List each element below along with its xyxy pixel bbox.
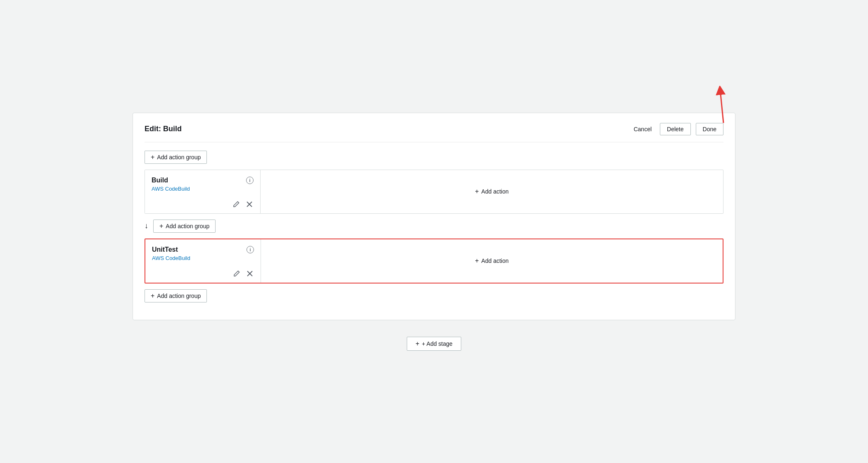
outer-container: Edit: Build Cancel Delete Done (133, 113, 735, 351)
edit-icon (233, 201, 240, 208)
build-card-icons (152, 200, 254, 208)
unittest-card-icons (152, 269, 254, 278)
build-stage-row: Build i AWS CodeBuild (145, 170, 723, 214)
plus-icon: + (151, 154, 154, 161)
edit-icon-2 (233, 270, 240, 277)
panel-content: + Add action group Build i AWS CodeBuild (145, 151, 723, 308)
plus-icon-5: + (151, 292, 154, 300)
build-name-row: Build i (152, 177, 254, 184)
build-action-group-card: Build i AWS CodeBuild (145, 170, 261, 213)
down-arrow-icon: ↓ (145, 222, 148, 230)
bottom-add-action-group-container: + Add action group (145, 289, 723, 308)
top-add-action-group-container: + Add action group (145, 151, 723, 170)
build-add-action-button[interactable]: + Add action (475, 188, 509, 195)
bottom-bar: + + Add stage (133, 330, 735, 351)
middle-add-action-group-button[interactable]: + Add action group (153, 220, 216, 233)
plus-icon-6: + (415, 340, 419, 347)
top-add-action-group-label: Add action group (157, 154, 201, 161)
add-stage-label: + Add stage (422, 340, 453, 347)
top-add-action-group-button[interactable]: + Add action group (145, 151, 207, 164)
unittest-name-row: UnitTest i (152, 246, 254, 253)
plus-icon-2: + (475, 188, 479, 195)
build-add-action-area: + Add action (261, 170, 723, 213)
plus-icon-3: + (159, 222, 163, 230)
build-add-action-label: Add action (481, 188, 509, 195)
panel-header: Edit: Build Cancel Delete Done (145, 123, 723, 142)
bottom-add-action-group-label: Add action group (157, 293, 201, 299)
unittest-add-action-area: + Add action (261, 239, 723, 283)
unittest-info-icon[interactable]: i (247, 246, 254, 253)
between-stages-row: ↓ + Add action group (145, 220, 723, 233)
build-stage-name: Build (152, 177, 168, 184)
add-stage-button[interactable]: + + Add stage (407, 337, 461, 351)
unittest-add-action-button[interactable]: + Add action (475, 257, 509, 265)
unittest-delete-button[interactable] (246, 269, 254, 278)
edit-panel: Edit: Build Cancel Delete Done (133, 113, 735, 320)
build-edit-button[interactable] (232, 200, 240, 208)
page-title: Edit: Build (145, 125, 182, 133)
unittest-action-group-card: UnitTest i AWS CodeBuild (145, 239, 261, 283)
arrow-annotation (695, 86, 728, 123)
close-icon (246, 201, 253, 208)
cancel-button[interactable]: Cancel (630, 123, 655, 135)
bottom-add-action-group-button[interactable]: + Add action group (145, 289, 207, 302)
build-info-icon[interactable]: i (246, 177, 254, 184)
close-icon-2 (247, 270, 253, 277)
unittest-edit-button[interactable] (232, 269, 241, 278)
down-arrow-button[interactable]: ↓ (145, 222, 148, 230)
svg-line-1 (720, 90, 723, 123)
plus-icon-4: + (475, 257, 479, 265)
header-actions: Cancel Delete Done (630, 123, 723, 135)
done-button[interactable]: Done (696, 123, 723, 135)
unittest-provider-link[interactable]: AWS CodeBuild (152, 255, 254, 261)
unittest-stage-row: UnitTest i AWS CodeBuild (145, 239, 723, 283)
middle-add-action-group-label: Add action group (166, 223, 209, 229)
build-provider-link[interactable]: AWS CodeBuild (152, 186, 254, 192)
unittest-stage-name: UnitTest (152, 246, 178, 253)
unittest-add-action-label: Add action (481, 257, 509, 264)
delete-button[interactable]: Delete (660, 123, 690, 135)
build-delete-button[interactable] (245, 200, 254, 208)
